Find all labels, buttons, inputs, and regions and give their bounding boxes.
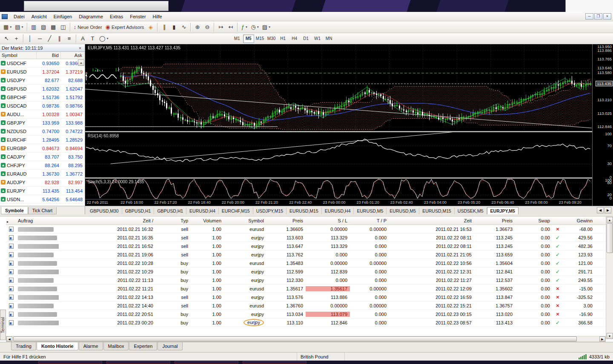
- text-tool[interactable]: A: [78, 34, 88, 43]
- mw-row-euraud[interactable]: ▲EURAUD1.367301.36772: [0, 170, 85, 178]
- horizontal-line-tool[interactable]: ─: [35, 34, 45, 43]
- chart-tab-eurchf-m15[interactable]: EURCHF,M15: [219, 208, 253, 214]
- chart-tab-usdsek-m5[interactable]: USDSEK,M5: [455, 208, 487, 214]
- chart-tab-gbpusd-h1[interactable]: GBPUSD,H1: [122, 208, 155, 214]
- history-row[interactable]: 2011.02.22 11:21buy1.00eurusd1.356171.35…: [6, 284, 606, 293]
- vertical-line-tool[interactable]: │: [25, 34, 35, 43]
- strategy-tester-toggle[interactable]: ◫: [58, 23, 68, 32]
- expert-advisors-button[interactable]: ◉Expert Advisors: [104, 23, 146, 32]
- terminal-tab-alarme[interactable]: Alarme: [79, 342, 103, 350]
- scroll-up-icon[interactable]: ▲: [607, 217, 613, 223]
- menu-datei[interactable]: Datei: [10, 13, 28, 20]
- profiles-dropdown-icon[interactable]: ▾: [22, 25, 23, 29]
- mw-row-usdjpy[interactable]: ▲USDJPY82.67782.688: [0, 76, 85, 85]
- scroll-right-icon[interactable]: ▶: [599, 336, 605, 341]
- scroll-down-icon[interactable]: ▼: [607, 333, 613, 339]
- mw-row-audjpy[interactable]: ▼AUDJPY82.92882.997: [0, 178, 85, 187]
- shapes-tool[interactable]: ◯▾: [97, 34, 110, 43]
- terminal-toggle[interactable]: ▩: [49, 23, 58, 32]
- terminal-tab-konto-historie[interactable]: Konto Historie: [37, 342, 78, 350]
- mw-row-usdcad[interactable]: ▲USDCAD0.987360.98766: [0, 102, 85, 110]
- zoom-in-button[interactable]: ⊕: [192, 23, 202, 32]
- terminal-side-tab[interactable]: Terminal: [0, 310, 6, 340]
- new-chart-button[interactable]: ▦▾: [2, 23, 13, 32]
- mw-row-nzdusd[interactable]: ▲NZDUSD0.747000.74722: [0, 127, 85, 136]
- timeframe-h4[interactable]: H4: [289, 34, 300, 43]
- chart-tab-eurusd-h4[interactable]: EURUSD,H4: [322, 208, 354, 214]
- mw-row-chfjpy[interactable]: ▲CHFJPY88.26488.295: [0, 161, 85, 170]
- terminal-column-volumen-4[interactable]: Volumen: [191, 218, 224, 223]
- taskbar-item[interactable]: [38, 361, 102, 364]
- mw-row-eurjpy[interactable]: ▲EURJPY113.435113.454: [0, 187, 85, 195]
- mw-row-eurgbp[interactable]: ▼EURGBP0.846730.84694: [0, 144, 85, 153]
- terminal-column-preis-10[interactable]: Preis: [474, 218, 515, 223]
- chart-tab-eurusd-h4[interactable]: EURUSD,H4: [186, 208, 219, 214]
- chart-bars-button[interactable]: ∥: [159, 23, 169, 32]
- menu-einf-gen[interactable]: Einfügen: [50, 13, 75, 20]
- navigator-toggle[interactable]: ▧: [39, 23, 49, 32]
- chart-tab-eurjpy-m5[interactable]: EURJPY,M5: [487, 207, 518, 214]
- auto-scroll-button[interactable]: ↦: [216, 23, 226, 32]
- menu-diagramme[interactable]: Diagramme: [75, 13, 106, 20]
- history-row[interactable]: 2011.02.22 11:13buy1.00eurjpy112.3300.00…: [6, 276, 606, 284]
- chart-tab-eurusd-m15[interactable]: EURUSD,M15: [286, 208, 322, 214]
- history-row[interactable]: 2011.02.21 19:06sell1.00eurjpy113.7620.0…: [6, 250, 606, 259]
- timeframe-h1[interactable]: H1: [278, 34, 289, 43]
- mw-column-bid[interactable]: Bid: [37, 52, 61, 59]
- hscroll-thumb[interactable]: [13, 336, 577, 341]
- zoom-out-button[interactable]: ⊖: [202, 23, 212, 32]
- taskbar-item[interactable]: [243, 361, 306, 364]
- terminal-column-s-l-7[interactable]: S / L: [306, 218, 350, 223]
- vertical-scrollbar[interactable]: ▲ ▼: [606, 216, 613, 339]
- chart-tab-eurusd-m5[interactable]: EURUSD,M5: [387, 208, 419, 214]
- terminal-tab-journal[interactable]: Journal: [158, 342, 182, 350]
- horizontal-scrollbar[interactable]: ◀ ▶: [6, 336, 606, 342]
- pane-separator[interactable]: [85, 131, 613, 132]
- channel-tool[interactable]: ∥: [54, 34, 64, 43]
- mw-row-gbpjpy[interactable]: ▲GBPJPY133.959133.988: [0, 119, 85, 127]
- mw-row-audu[interactable]: ▼AUDU...1.003281.00347: [0, 110, 85, 119]
- terminal-column-zeit-2[interactable]: Zeit /: [59, 218, 156, 223]
- profiles-button[interactable]: ▤▾: [13, 23, 25, 32]
- trendline-tool[interactable]: ╱: [45, 34, 54, 43]
- fibonacci-tool[interactable]: ≡: [64, 34, 74, 43]
- templates-button[interactable]: ▨▾: [261, 23, 272, 32]
- mw-column-symbol[interactable]: Symbol: [0, 52, 37, 59]
- history-row[interactable]: 2011.02.21 16:32sell1.00eurusd1.366050.0…: [6, 225, 606, 233]
- terminal-column-zeit-9[interactable]: Zeit: [389, 218, 474, 223]
- market-watch-close-icon[interactable]: ×: [77, 46, 83, 51]
- periods-button[interactable]: ◷▾: [249, 23, 260, 32]
- mw-row-usdchf[interactable]: ▲USDCHF0.936500.93666: [0, 59, 85, 68]
- history-row[interactable]: 2011.02.22 14:40sell1.00eurusd1.367600.0…: [6, 301, 606, 310]
- terminal-column-preis-6[interactable]: Preis: [266, 218, 306, 223]
- chart-shift-button[interactable]: ↤: [226, 23, 235, 32]
- mw-row-usdn[interactable]: ▲USDN...5.642565.64648: [0, 195, 85, 204]
- terminal-column-gewinn-13[interactable]: Gewinn: [563, 218, 595, 223]
- restore-button[interactable]: ❐: [594, 13, 602, 20]
- history-row[interactable]: 2011.02.22 14:13sell1.00eurjpy113.576113…: [6, 293, 606, 301]
- chart-tab-scroll-left-icon[interactable]: ◀: [597, 207, 604, 213]
- mw-column-ask[interactable]: Ask: [61, 52, 84, 59]
- indicators-dropdown-icon[interactable]: ▾: [246, 25, 247, 29]
- menu-hilfe[interactable]: Hilfe: [149, 13, 166, 20]
- terminal-column-symbol-5[interactable]: Symbol: [224, 218, 266, 223]
- chart-tab-usdjpy-m15[interactable]: USDJPY,M15: [253, 208, 286, 214]
- timeframe-mn[interactable]: MN: [324, 34, 335, 43]
- timeframe-w1[interactable]: W1: [312, 34, 323, 43]
- timeframe-m15[interactable]: M15: [255, 34, 266, 43]
- terminal-tab-experten[interactable]: Experten: [129, 342, 157, 350]
- pane-separator[interactable]: [85, 177, 613, 179]
- history-row[interactable]: 2011.02.21 16:35sell1.00eurjpy113.603113…: [6, 233, 606, 242]
- chart-line-button[interactable]: ∿: [179, 23, 189, 32]
- mw-row-gbpusd[interactable]: ▲GBPUSD1.620321.62047: [0, 85, 85, 93]
- cursor-tool[interactable]: ↖: [2, 34, 11, 43]
- mw-tab-tick-chart[interactable]: Tick Chart: [28, 207, 57, 214]
- mw-row-eurchf[interactable]: ▲EURCHF1.284951.28529: [0, 136, 85, 144]
- timeframe-m5[interactable]: M5: [243, 34, 254, 43]
- main-chart-canvas[interactable]: [85, 44, 592, 131]
- history-row[interactable]: 2011.02.22 10:29buy1.00eurjpy112.599112.…: [6, 267, 606, 276]
- templates-dropdown-icon[interactable]: ▾: [269, 25, 270, 29]
- mw-row-cadjpy[interactable]: ▲CADJPY83.70783.750: [0, 153, 85, 161]
- history-row[interactable]: 2011.02.21 16:52sell1.00eurjpy113.647113…: [6, 242, 606, 250]
- crosshair-tool[interactable]: +: [11, 34, 21, 43]
